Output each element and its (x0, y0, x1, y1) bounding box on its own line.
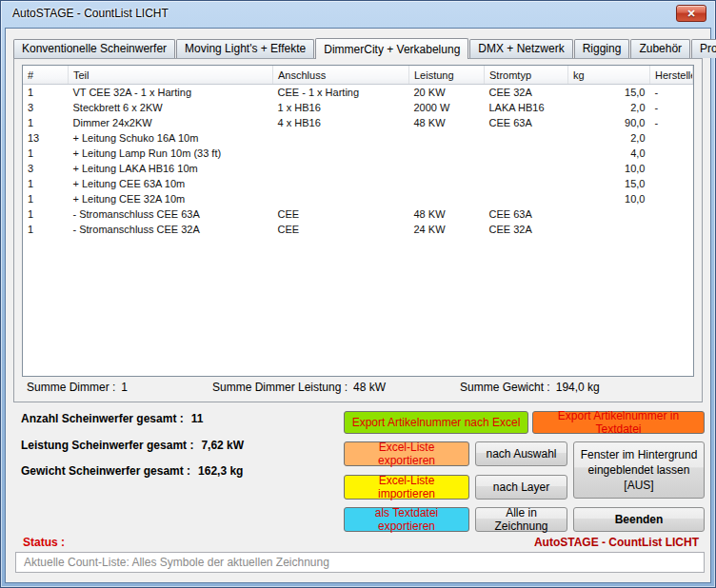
cell: Dimmer 24x2KW (69, 115, 273, 130)
tab-zubehoer[interactable]: Zubehör (630, 39, 690, 58)
leistung-scheinwerfer-gesamt: Leistung Scheinwerfer gesamt :7,62 kW (21, 439, 244, 452)
cell: + Leitung CEE 63A 10m (69, 176, 273, 191)
cell: + Leitung Schuko 16A 10m (69, 130, 273, 146)
cell: 1 (23, 222, 69, 237)
cell: CEE (273, 222, 409, 237)
cell: 3 (23, 100, 69, 115)
export-artikelnummer-textdatei-button[interactable]: Export Artikelnummer in Textdatei (532, 411, 705, 434)
cell (650, 206, 693, 222)
cell (273, 191, 409, 206)
cell: 10,0 (568, 191, 650, 206)
cell: 48 KW (409, 115, 485, 130)
cell (568, 222, 650, 237)
gewicht-scheinwerfer-gesamt: Gewicht Scheinwerfer gesamt :162,3 kg (21, 464, 243, 478)
tab-moving-lights-effekte[interactable]: Moving Light's + Effekte (176, 39, 314, 58)
cell: Steckbrett 6 x 2KW (69, 100, 273, 115)
cell (273, 176, 409, 191)
tab-konventionelle-scheinwerfer[interactable]: Konventionelle Scheinwerfer (13, 39, 175, 58)
cell: 1 (23, 146, 69, 161)
excel-liste-importieren-button[interactable]: Excel-Liste importieren (344, 475, 469, 500)
summe-gewicht: Summe Gewicht :194,0 kg (460, 381, 600, 394)
cell: VT CEE 32A - 1 x Harting (69, 85, 273, 101)
cell: - Stromanschluss CEE 32A (69, 222, 273, 237)
cell: CEE - 1 x Harting (273, 85, 409, 101)
window-title: AutoSTAGE - CountList LICHT (12, 7, 169, 20)
summe-dimmer-leistung: Summe Dimmer Leistung :48 kW (212, 381, 386, 394)
table-row[interactable]: 1+ Leitung CEE 63A 10m15,0 (23, 176, 693, 191)
cell (485, 176, 568, 191)
cell: CEE 32A (485, 222, 568, 237)
cell: + Leitung CEE 32A 10m (69, 191, 273, 206)
countlist-table: #TeilAnschlussLeistungStromtypkgHerstell… (23, 66, 693, 237)
column-header--[interactable]: # (23, 66, 69, 85)
table-row[interactable]: 1+ Leitung Lamp Run 10m (33 ft)4,0 (23, 146, 693, 161)
beenden-button[interactable]: Beenden (573, 507, 705, 532)
table-row[interactable]: 3Steckbrett 6 x 2KW1 x HB162000 WLAKA HB… (23, 100, 693, 115)
cell: - (650, 115, 693, 130)
cell: 1 (23, 191, 69, 206)
cell (650, 176, 693, 191)
cell (273, 146, 409, 161)
table-row[interactable]: 1VT CEE 32A - 1 x HartingCEE - 1 x Harti… (23, 85, 693, 101)
column-header-leistung[interactable]: Leistung (409, 66, 485, 85)
cell (485, 130, 568, 146)
cell: - (650, 100, 693, 115)
app-window: AutoSTAGE - CountList LICHT ✕ Konvention… (0, 0, 716, 588)
table-body: 1VT CEE 32A - 1 x HartingCEE - 1 x Harti… (23, 85, 693, 238)
table-row[interactable]: 1- Stromanschluss CEE 63ACEE48 KWCEE 63A (23, 206, 693, 222)
fenster-hintergrund-button[interactable]: Fenster im Hintergrund eingeblendet lass… (573, 441, 705, 499)
current-countlist-input[interactable] (15, 552, 705, 573)
column-header-hersteller[interactable]: Hersteller (650, 66, 693, 85)
table-row[interactable]: 3+ Leitung LAKA HB16 10m10,0 (23, 161, 693, 176)
excel-liste-exportieren-button[interactable]: Excel-Liste exportieren (344, 441, 469, 466)
column-header-teil[interactable]: Teil (69, 66, 273, 85)
table-row[interactable]: 1- Stromanschluss CEE 32ACEE24 KWCEE 32A (23, 222, 693, 237)
cell: 10,0 (568, 161, 650, 176)
tab-dimmercity-verkabelung[interactable]: DimmerCity + Verkabelung (315, 38, 468, 59)
cell (650, 222, 693, 237)
cell: CEE 63A (485, 206, 568, 222)
close-button[interactable]: ✕ (676, 5, 706, 22)
dialog-body: Konventionelle Scheinwerfer Moving Light… (5, 28, 711, 583)
nach-layer-button[interactable]: nach Layer (475, 475, 567, 500)
column-header-kg[interactable]: kg (568, 66, 650, 85)
tab-projektinfo[interactable]: ProjektInfo (691, 39, 716, 58)
cell: 15,0 (568, 176, 650, 191)
als-textdatei-exportieren-button[interactable]: als Textdatei exportieren (344, 507, 469, 532)
export-artikelnummer-excel-button[interactable]: Export Artikelnummer nach Excel (344, 411, 528, 434)
column-header-stromtyp[interactable]: Stromtyp (485, 66, 568, 85)
summary-bar: Summe Dimmer :1 Summe Dimmer Leistung :4… (14, 381, 702, 396)
alle-in-zeichnung-button[interactable]: Alle in Zeichnung (475, 507, 567, 532)
summe-dimmer: Summe Dimmer :1 (27, 381, 128, 394)
title-bar[interactable]: AutoSTAGE - CountList LICHT ✕ (1, 1, 715, 28)
column-header-anschluss[interactable]: Anschluss (273, 66, 409, 85)
cell (409, 191, 485, 206)
cell: - (650, 85, 693, 101)
cell (485, 191, 568, 206)
cell (409, 176, 485, 191)
cell: 1 (23, 85, 69, 101)
cell: CEE 32A (485, 85, 568, 101)
cell (273, 161, 409, 176)
table-row[interactable]: 1+ Leitung CEE 32A 10m10,0 (23, 191, 693, 206)
cell (485, 146, 568, 161)
cell: 2,0 (568, 100, 650, 115)
table-row[interactable]: 13+ Leitung Schuko 16A 10m2,0 (23, 130, 693, 146)
cell: LAKA HB16 (485, 100, 568, 115)
cell: 1 (23, 115, 69, 130)
cell: 1 (23, 176, 69, 191)
cell: + Leitung Lamp Run 10m (33 ft) (69, 146, 273, 161)
cell (650, 146, 693, 161)
cell: 20 KW (409, 85, 485, 101)
tab-dmx-netzwerk[interactable]: DMX + Netzwerk (469, 39, 572, 58)
table-row[interactable]: 1Dimmer 24x2KW4 x HB1648 KWCEE 63A90,0- (23, 115, 693, 130)
cell: 3 (23, 161, 69, 176)
tab-strip: Konventionelle Scheinwerfer Moving Light… (13, 38, 703, 59)
cell: 4 x HB16 (273, 115, 409, 130)
nach-auswahl-button[interactable]: nach Auswahl (475, 441, 567, 466)
tab-rigging[interactable]: Rigging (574, 39, 630, 58)
cell (485, 161, 568, 176)
cell: 15,0 (568, 85, 650, 101)
close-icon: ✕ (686, 9, 695, 19)
cell: 13 (23, 130, 69, 146)
